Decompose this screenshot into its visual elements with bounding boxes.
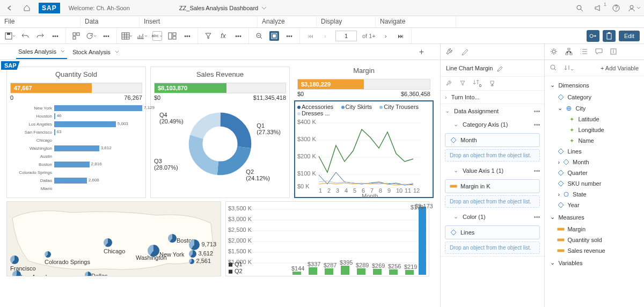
menu-navigate[interactable]: Navigate [376,16,456,27]
tile-margin[interactable]: Margin $3,180,229 $0$6,360,458 Accessori… [294,67,434,198]
clipboard-icon[interactable] [603,30,616,42]
tile-monthly-bars[interactable]: $3,500 K$3,000 K$2,500 K$2,000 K$1,500 K… [225,201,429,276]
add-variable-button[interactable]: + Add Variable [601,65,639,71]
section-icon[interactable] [167,31,177,41]
group-measures[interactable]: ⌄Measures [545,210,644,224]
more-icon[interactable]: ••• [284,31,294,41]
menu-insert[interactable]: Insert [140,16,258,27]
redo-icon[interactable] [35,31,45,41]
pencil-icon[interactable] [497,64,503,72]
help-icon[interactable]: ? [611,3,621,13]
section-color[interactable]: ⌄Color (1)••• [441,210,544,223]
more-icon[interactable]: ••• [534,167,540,174]
hierarchy-icon[interactable] [565,48,573,56]
measure-sales-rev[interactable]: Sales revenue [545,245,644,256]
section-category-axis[interactable]: ⌄Category Axis (1)••• [441,118,544,131]
key-icon[interactable] [587,30,599,42]
back-icon[interactable] [4,3,15,13]
home-icon[interactable] [21,3,32,13]
megaphone-icon[interactable]: 1 [592,3,603,13]
drop-zone[interactable]: Drop an object from the object list. [445,242,540,254]
format-icon[interactable] [461,48,469,56]
search-icon[interactable] [574,3,585,13]
filter-small-icon[interactable] [460,81,465,87]
trophy-icon[interactable] [489,80,495,87]
undo-icon[interactable] [20,31,30,41]
page-input[interactable] [335,31,357,41]
dim-category[interactable]: Category [545,92,644,103]
drop-zone[interactable]: Drop an object from the object list. [445,149,540,162]
menu-data[interactable]: Data [80,16,140,27]
comment-icon[interactable] [595,48,603,56]
dim-state[interactable]: ›State [545,189,644,200]
list-icon[interactable] [580,48,588,56]
tab-stock-analysis[interactable]: Stock Analysis [70,46,121,59]
page-mode-icon[interactable] [269,31,279,41]
document-title[interactable]: ZZ_Sales Analysis Dashboard [179,5,267,11]
more-icon[interactable]: ••• [50,31,60,41]
measure-qty-sold[interactable]: Quantity sold [545,235,644,245]
dim-sku[interactable]: SKU number [545,178,644,189]
margin-line-chart[interactable]: Accessories City Skirts City Trousers Dr… [294,100,434,198]
more-icon[interactable]: ••• [534,121,540,128]
chip-lines[interactable]: Lines [445,225,540,239]
welcome-text: Welcome: Ch. Ah-Soon [69,5,130,11]
save-icon[interactable] [5,31,15,41]
first-page-icon[interactable]: ⏮ [305,31,315,41]
chip-margin-k[interactable]: Margin in K [445,179,540,193]
next-page-icon[interactable]: › [381,31,391,41]
dim-month[interactable]: ›Month [545,157,644,167]
formula-icon[interactable]: fx [218,31,228,41]
attr-latitude[interactable]: ✦Latitude [545,114,644,125]
dim-quarter[interactable]: Quarter [545,167,644,178]
tile-quantity-sold[interactable]: Quantity Sold 47,667 076,267 New York7,1… [6,67,146,198]
more-icon[interactable]: ••• [101,31,111,41]
section-value-axis[interactable]: ⌄Value Axis 1 (1)••• [441,164,544,177]
add-tab-button[interactable]: + [419,47,424,57]
more-icon[interactable]: ••• [534,214,540,220]
sort-icon[interactable]: 0 [473,79,481,87]
more-icon[interactable]: ••• [182,31,192,41]
menu-analyze[interactable]: Analyze [258,16,317,27]
info-icon[interactable]: i [610,48,617,56]
svg-text:5: 5 [353,187,356,194]
last-page-icon[interactable]: ⏭ [396,31,406,41]
dim-year[interactable]: Year [545,200,644,210]
attr-name[interactable]: ✦Name [545,135,644,146]
group-dimensions[interactable]: ⌄Dimensions [545,78,644,92]
section-turn-into[interactable]: ›Turn Into... [441,91,544,104]
attr-longitude[interactable]: ✦Longitude [545,125,644,135]
group-variables[interactable]: ⌄Variables [545,256,644,269]
chart-icon[interactable] [137,31,147,41]
wrench-small-icon[interactable] [446,80,452,87]
tile-sales-revenue[interactable]: Sales Revenue $8,103,870 $0$11,345,418 Q… [150,67,290,198]
dim-lines[interactable]: Lines [545,146,644,157]
user-icon[interactable] [629,3,640,13]
more-icon[interactable]: ••• [534,108,540,114]
hbar-row: Los Angeles5,003 [10,120,142,128]
prev-page-icon[interactable]: ‹ [320,31,330,41]
section-data-assignment[interactable]: ⌄Data Assignment••• [441,104,544,118]
data-source-icon[interactable] [71,31,81,41]
chip-month[interactable]: Month [445,133,540,147]
edit-button[interactable]: Edit [619,31,640,41]
tab-sales-analysis[interactable]: Sales Analysis [16,45,67,59]
menu-display[interactable]: Display [317,16,376,27]
sort-toggle-icon[interactable] [564,64,574,72]
search-icon[interactable] [550,64,557,72]
dim-city[interactable]: ⌄City [545,103,644,114]
menu-file[interactable]: File [0,16,80,27]
text-icon[interactable]: abc [152,31,162,41]
filter-icon[interactable] [203,31,213,41]
dashboard-canvas[interactable]: SAP Quantity Sold 47,667 076,267 New Yor… [0,60,440,307]
more-icon[interactable]: ••• [233,31,243,41]
measure-margin[interactable]: Margin [545,224,644,235]
refresh-icon[interactable] [86,31,96,41]
wrench-icon[interactable] [446,48,453,56]
page-of-label: of 1+ [362,33,376,39]
map-tile[interactable]: Chicago Boston New York Washington Color… [6,201,221,276]
table-icon[interactable] [122,31,132,41]
drop-zone[interactable]: Drop an object from the object list. [445,195,540,208]
zoom-icon[interactable] [254,31,264,41]
gear-icon[interactable] [550,48,558,56]
